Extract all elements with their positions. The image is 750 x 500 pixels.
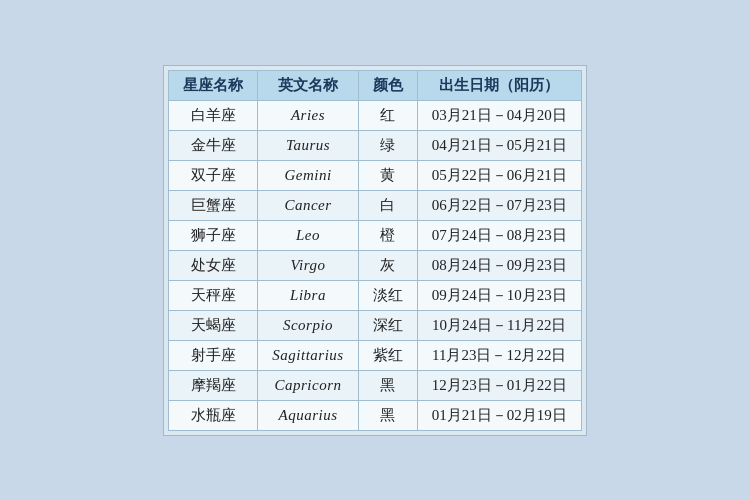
cell-english: Aquarius <box>258 400 358 430</box>
table-row: 射手座Sagittarius紫红11月23日－12月22日 <box>169 340 581 370</box>
cell-chinese: 射手座 <box>169 340 258 370</box>
cell-color: 红 <box>358 100 417 130</box>
cell-color: 橙 <box>358 220 417 250</box>
cell-color: 黑 <box>358 370 417 400</box>
cell-chinese: 天蝎座 <box>169 310 258 340</box>
cell-dates: 04月21日－05月21日 <box>417 130 581 160</box>
cell-english: Gemini <box>258 160 358 190</box>
table-row: 处女座Virgo灰08月24日－09月23日 <box>169 250 581 280</box>
cell-dates: 12月23日－01月22日 <box>417 370 581 400</box>
cell-chinese: 天秤座 <box>169 280 258 310</box>
cell-dates: 11月23日－12月22日 <box>417 340 581 370</box>
cell-color: 黑 <box>358 400 417 430</box>
cell-color: 深红 <box>358 310 417 340</box>
col-header-dates: 出生日期（阳历） <box>417 70 581 100</box>
table-row: 水瓶座Aquarius黑01月21日－02月19日 <box>169 400 581 430</box>
cell-dates: 07月24日－08月23日 <box>417 220 581 250</box>
col-header-english: 英文名称 <box>258 70 358 100</box>
cell-chinese: 处女座 <box>169 250 258 280</box>
cell-english: Cancer <box>258 190 358 220</box>
cell-english: Taurus <box>258 130 358 160</box>
table-row: 天秤座Libra淡红09月24日－10月23日 <box>169 280 581 310</box>
cell-chinese: 狮子座 <box>169 220 258 250</box>
cell-english: Scorpio <box>258 310 358 340</box>
col-header-color: 颜色 <box>358 70 417 100</box>
cell-dates: 03月21日－04月20日 <box>417 100 581 130</box>
table-row: 双子座Gemini黄05月22日－06月21日 <box>169 160 581 190</box>
cell-dates: 09月24日－10月23日 <box>417 280 581 310</box>
cell-dates: 05月22日－06月21日 <box>417 160 581 190</box>
cell-chinese: 水瓶座 <box>169 400 258 430</box>
cell-chinese: 巨蟹座 <box>169 190 258 220</box>
cell-dates: 06月22日－07月23日 <box>417 190 581 220</box>
zodiac-table: 星座名称 英文名称 颜色 出生日期（阳历） 白羊座Aries红03月21日－04… <box>168 70 581 431</box>
cell-dates: 08月24日－09月23日 <box>417 250 581 280</box>
cell-english: Capricorn <box>258 370 358 400</box>
table-row: 天蝎座Scorpio深红10月24日－11月22日 <box>169 310 581 340</box>
table-header-row: 星座名称 英文名称 颜色 出生日期（阳历） <box>169 70 581 100</box>
cell-english: Leo <box>258 220 358 250</box>
cell-color: 黄 <box>358 160 417 190</box>
zodiac-table-container: 星座名称 英文名称 颜色 出生日期（阳历） 白羊座Aries红03月21日－04… <box>163 65 586 436</box>
table-row: 巨蟹座Cancer白06月22日－07月23日 <box>169 190 581 220</box>
cell-chinese: 白羊座 <box>169 100 258 130</box>
cell-dates: 01月21日－02月19日 <box>417 400 581 430</box>
cell-color: 绿 <box>358 130 417 160</box>
cell-english: Libra <box>258 280 358 310</box>
cell-color: 灰 <box>358 250 417 280</box>
cell-color: 白 <box>358 190 417 220</box>
cell-color: 紫红 <box>358 340 417 370</box>
cell-chinese: 双子座 <box>169 160 258 190</box>
col-header-chinese: 星座名称 <box>169 70 258 100</box>
cell-color: 淡红 <box>358 280 417 310</box>
cell-chinese: 金牛座 <box>169 130 258 160</box>
table-row: 狮子座Leo橙07月24日－08月23日 <box>169 220 581 250</box>
table-row: 摩羯座Capricorn黑12月23日－01月22日 <box>169 370 581 400</box>
cell-english: Sagittarius <box>258 340 358 370</box>
cell-chinese: 摩羯座 <box>169 370 258 400</box>
table-row: 白羊座Aries红03月21日－04月20日 <box>169 100 581 130</box>
cell-dates: 10月24日－11月22日 <box>417 310 581 340</box>
cell-english: Aries <box>258 100 358 130</box>
table-row: 金牛座Taurus绿04月21日－05月21日 <box>169 130 581 160</box>
cell-english: Virgo <box>258 250 358 280</box>
